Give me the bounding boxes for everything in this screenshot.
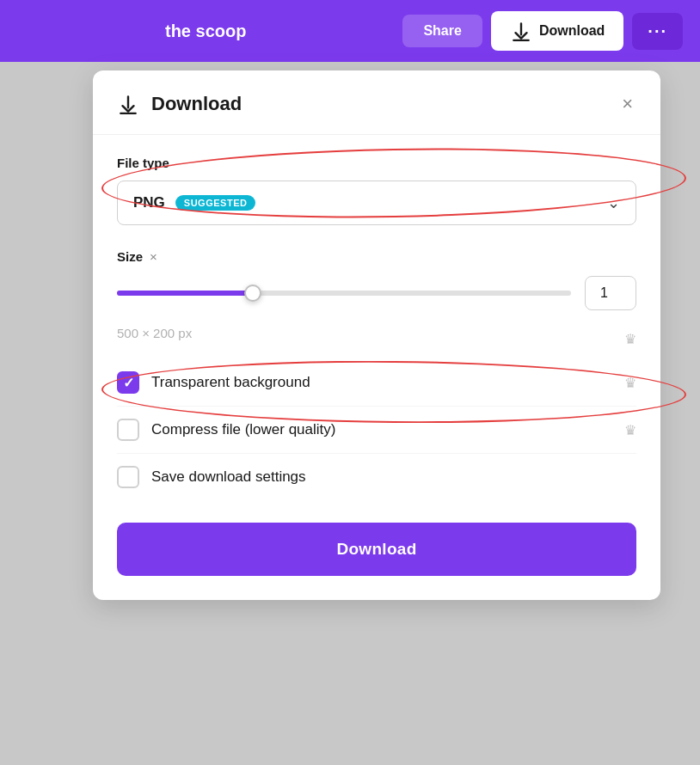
size-header: Size × (117, 249, 636, 264)
crown-icon-transparent: ♛ (624, 375, 636, 391)
transparent-background-label: Transparent background (151, 374, 310, 391)
more-options-button[interactable]: ··· (632, 13, 683, 50)
topbar-download-button[interactable]: Download (491, 11, 623, 51)
size-label: Size (117, 249, 143, 264)
topbar: the scoop Share Download ··· (0, 0, 700, 62)
compress-file-row: Compress file (lower quality) ♛ (117, 407, 636, 454)
slider-track-fill (117, 291, 253, 296)
crown-icon-dimensions: ♛ (624, 331, 636, 347)
crown-icon-compress: ♛ (624, 422, 636, 438)
download-icon (510, 20, 532, 42)
suggested-badge: SUGGESTED (175, 195, 256, 211)
panel-body: File type PNG SUGGESTED ⌄ Size × (93, 135, 660, 600)
size-slider[interactable] (117, 291, 571, 296)
checkmark-icon: ✓ (123, 375, 134, 391)
file-type-value: PNG (133, 194, 165, 211)
file-type-label: File type (117, 156, 636, 170)
file-type-left: PNG SUGGESTED (133, 194, 255, 211)
panel-download-icon (117, 93, 139, 115)
transparent-background-row: ✓ Transparent background ♛ (117, 359, 636, 407)
checkbox-section: ✓ Transparent background ♛ Compress file… (117, 359, 636, 500)
slider-thumb (244, 285, 261, 302)
close-button[interactable]: × (618, 91, 636, 117)
topbar-title: the scoop (17, 21, 394, 41)
share-button[interactable]: Share (402, 15, 482, 47)
save-settings-label: Save download settings (151, 468, 306, 486)
file-type-select[interactable]: PNG SUGGESTED ⌄ (117, 181, 636, 225)
download-panel: Download × File type PNG SUGGESTED ⌄ (93, 70, 660, 600)
panel-header-left: Download (117, 93, 242, 115)
size-section: Size × (117, 249, 636, 310)
save-settings-checkbox[interactable] (117, 466, 139, 488)
size-multiplier: × (150, 249, 157, 264)
save-settings-row: Save download settings (117, 454, 636, 500)
transparent-background-checkbox[interactable]: ✓ (117, 371, 139, 394)
file-type-section: File type PNG SUGGESTED ⌄ (117, 156, 636, 225)
compress-file-label: Compress file (lower quality) (151, 421, 335, 438)
size-dimensions: 500 × 200 px (117, 326, 192, 340)
chevron-down-icon: ⌄ (607, 193, 620, 212)
dimensions-row: 500 × 200 px ♛ (117, 319, 636, 359)
panel-header: Download × (93, 70, 660, 135)
size-input[interactable] (585, 276, 636, 310)
compress-file-checkbox[interactable] (117, 419, 139, 441)
panel-title: Download (151, 93, 242, 115)
canvas-area: Download × File type PNG SUGGESTED ⌄ (0, 62, 700, 765)
size-slider-row (117, 276, 636, 310)
download-button[interactable]: Download (117, 523, 636, 576)
